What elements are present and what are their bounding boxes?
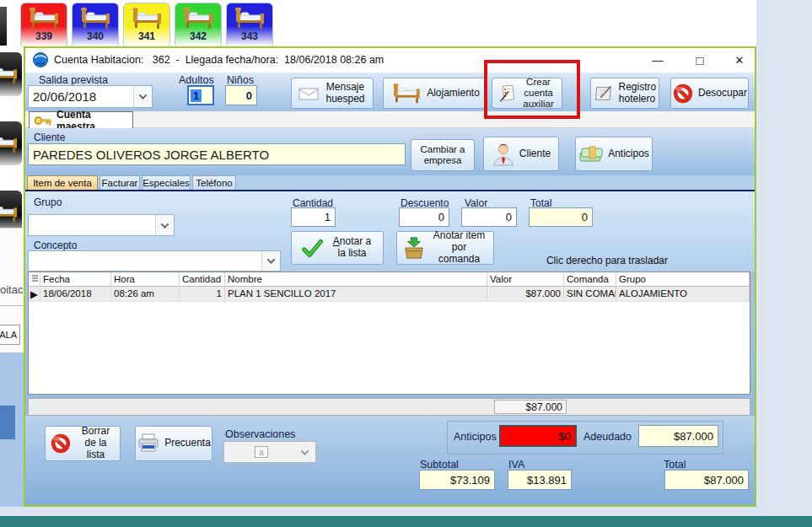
concepto-label: Concepto [34, 239, 77, 251]
registro-hotelero-button[interactable]: Registro hotelero [590, 78, 659, 109]
valor-field[interactable]: 0 [461, 207, 517, 227]
tab-facturar-label: Facturar [102, 178, 138, 188]
grand-total-field[interactable]: $87.000 [664, 470, 749, 490]
bed-icon [27, 7, 61, 30]
cell-nombre: PLAN 1 SENCILLO 2017 [225, 287, 487, 302]
desocupar-button[interactable]: Desocupar [670, 78, 749, 109]
table-row[interactable]: ▶ 18/06/2018 08:26 am 1 PLAN 1 SENCILLO … [29, 287, 750, 302]
box-arrow-icon [402, 236, 426, 260]
observaciones-label: Observaciones [225, 428, 295, 440]
table-footer-total: $87.000 [494, 400, 567, 414]
envelope-icon [298, 86, 320, 101]
room-tile-343[interactable]: 343 [226, 3, 273, 48]
room-tile-341[interactable]: 341 [123, 3, 170, 48]
partial-label: oitaci [0, 283, 24, 296]
grupo-select[interactable] [28, 214, 175, 236]
valor-value: 0 [506, 211, 512, 223]
concepto-select[interactable] [28, 250, 281, 272]
room-tile-occupied[interactable] [0, 121, 22, 165]
anotar-a-la-lista-button[interactable]: Anotar a la lista [291, 231, 384, 265]
cliente-button-label: Cliente [519, 148, 551, 160]
room-tile-occupied[interactable] [0, 52, 22, 96]
close-button[interactable]: ✕ [727, 48, 752, 72]
room-tile-340[interactable]: 340 [72, 3, 119, 48]
col-cantidad: Cantidad [180, 272, 225, 287]
grupo-label: Grupo [34, 196, 62, 208]
partial-tile-edge [0, 7, 7, 46]
bed-icon [0, 132, 20, 154]
bed-icon [233, 7, 266, 30]
col-grupo: Grupo [616, 272, 750, 287]
anticipos-field[interactable]: $0 [499, 425, 577, 447]
chevron-down-icon [155, 215, 174, 235]
desktop-bottom-area [0, 507, 812, 516]
tab-item-de-venta[interactable]: Item de venta [27, 175, 98, 190]
tab-telefono[interactable]: Teléfono [192, 175, 236, 190]
bed-icon [130, 7, 164, 30]
subtotal-field[interactable]: $73.109 [419, 470, 495, 490]
ninos-value: 0 [246, 89, 252, 102]
cliente-field[interactable]: PAREDES OLIVEROS JORGE ALBERTO [28, 143, 406, 165]
app-icon [32, 51, 49, 68]
no-entry-icon [50, 433, 72, 454]
descuento-field[interactable]: 0 [399, 207, 449, 227]
divider [0, 305, 24, 306]
ninos-field[interactable]: 0 [225, 85, 257, 105]
maximize-button[interactable]: □ [687, 48, 713, 72]
cell-grupo: ALOJAMIENTO [616, 287, 750, 302]
desktop-right-area [756, 0, 812, 516]
bed-icon [0, 202, 20, 223]
cambiar-a-empresa-button[interactable]: Cambiar a empresa [411, 139, 475, 171]
subtotal-label: Subtotal [420, 459, 459, 471]
background-square [0, 406, 15, 439]
adeudado-value: $87.000 [674, 430, 713, 443]
alojamiento-button[interactable]: Alojamiento [383, 78, 487, 109]
tab-facturar[interactable]: Facturar [99, 175, 140, 190]
cell-comanda: SIN COMANDA [564, 287, 616, 302]
money-icon [578, 145, 604, 164]
tab-item-de-venta-label: Item de venta [33, 178, 92, 188]
adultos-field[interactable]: 1 [187, 85, 214, 105]
titlebar[interactable]: Cuenta Habitacion: 362 - Llegada fecha/h… [25, 48, 755, 73]
chevron-down-icon [261, 251, 280, 271]
items-table[interactable]: Fecha Hora Cantidad Nombre Valor Comanda… [28, 272, 750, 395]
room-tile-339[interactable]: 339 [20, 3, 67, 48]
chevron-down-icon [133, 86, 152, 107]
tab-cuenta-maestra[interactable]: Cuenta maestra [29, 111, 133, 128]
tab-especiales-label: Especiales [143, 178, 190, 188]
adeudado-field[interactable]: $87.000 [638, 425, 718, 447]
salida-prevista-label: Salida prevista [39, 74, 108, 86]
cantidad-field[interactable]: 1 [291, 207, 336, 227]
iva-value: $13.891 [527, 474, 567, 487]
cantidad-value: 1 [325, 211, 331, 223]
taskbar-strip [0, 516, 812, 527]
cell-valor: $87.000 [487, 287, 564, 302]
desktop: 339 340 341 342 343 oitaci SALA [0, 0, 812, 527]
no-entry-icon [672, 83, 694, 105]
borrar-de-la-lista-button[interactable]: Borrar de la lista [45, 426, 121, 461]
bed-icon [181, 7, 215, 30]
table-footer-bar: $87.000 [28, 398, 750, 416]
cliente-value: PAREDES OLIVEROS JORGE ALBERTO [33, 148, 269, 162]
observaciones-select[interactable]: a [223, 441, 316, 463]
col-comanda: Comanda [564, 272, 616, 287]
iva-field[interactable]: $13.891 [508, 470, 572, 490]
anotar-item-por-comanda-button[interactable]: Anotar item por comanda [396, 231, 494, 265]
anticipos-button[interactable]: Anticipos [575, 137, 653, 171]
printer-icon [137, 433, 160, 454]
precuenta-button[interactable]: Precuenta [135, 426, 212, 461]
salida-prevista-select[interactable]: 20/06/2018 [28, 85, 153, 108]
precuenta-label: Precuenta [164, 438, 211, 449]
registro-hotelero-label: Registro hotelero [619, 82, 656, 105]
cliente-button[interactable]: Cliente [483, 137, 559, 171]
alojamiento-label: Alojamiento [427, 88, 480, 99]
mensaje-huesped-button[interactable]: Mensaje huesped [291, 78, 374, 109]
col-hora: Hora [111, 272, 180, 287]
minimize-button[interactable]: — [645, 48, 670, 72]
tab-especiales[interactable]: Especiales [142, 175, 191, 190]
anticipos-value: $0 [559, 430, 571, 443]
anotar-item-por-comanda-label: Anotar item por comanda [430, 230, 489, 265]
total-field[interactable]: 0 [529, 207, 593, 227]
cambiar-a-empresa-label: Cambiar a empresa [416, 144, 470, 166]
room-tile-342[interactable]: 342 [175, 3, 222, 48]
